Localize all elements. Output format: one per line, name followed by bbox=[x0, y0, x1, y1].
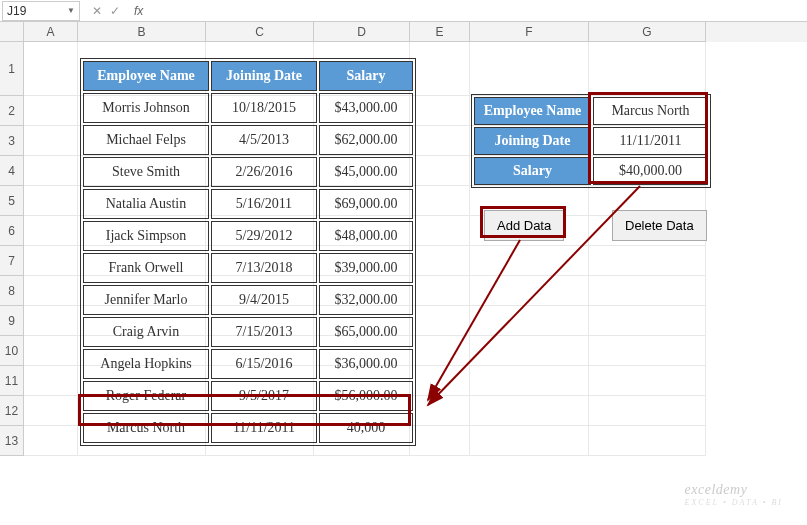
cell-salary[interactable]: $43,000.00 bbox=[319, 93, 413, 123]
cell-date[interactable]: 5/16/2011 bbox=[211, 189, 317, 219]
cell[interactable] bbox=[24, 306, 78, 336]
col-header-D[interactable]: D bbox=[314, 22, 410, 42]
cell[interactable] bbox=[589, 276, 706, 306]
cell[interactable] bbox=[410, 186, 470, 216]
cell[interactable] bbox=[24, 426, 78, 456]
select-all-corner[interactable] bbox=[0, 22, 24, 42]
cell[interactable] bbox=[410, 306, 470, 336]
cell[interactable] bbox=[410, 126, 470, 156]
cell[interactable] bbox=[24, 156, 78, 186]
name-box[interactable]: J19 ▼ bbox=[2, 1, 80, 21]
cell-date[interactable]: 6/15/2016 bbox=[211, 349, 317, 379]
cell[interactable] bbox=[410, 246, 470, 276]
cell-name[interactable]: Jennifer Marlo bbox=[83, 285, 209, 315]
col-header-B[interactable]: B bbox=[78, 22, 206, 42]
cell-salary[interactable]: $32,000.00 bbox=[319, 285, 413, 315]
cell[interactable] bbox=[410, 396, 470, 426]
cell-name[interactable]: Marcus North bbox=[83, 413, 209, 443]
cell-name[interactable]: Craig Arvin bbox=[83, 317, 209, 347]
cell-date[interactable]: 2/26/2016 bbox=[211, 157, 317, 187]
row-header-4[interactable]: 4 bbox=[0, 156, 24, 186]
cell[interactable] bbox=[589, 426, 706, 456]
row-header-6[interactable]: 6 bbox=[0, 216, 24, 246]
cell[interactable] bbox=[24, 276, 78, 306]
cell[interactable] bbox=[410, 216, 470, 246]
cell[interactable] bbox=[410, 96, 470, 126]
cell[interactable] bbox=[24, 42, 78, 96]
col-header-C[interactable]: C bbox=[206, 22, 314, 42]
row-header-5[interactable]: 5 bbox=[0, 186, 24, 216]
cell[interactable] bbox=[24, 216, 78, 246]
cell[interactable] bbox=[470, 306, 589, 336]
row-header-11[interactable]: 11 bbox=[0, 366, 24, 396]
cell[interactable] bbox=[410, 426, 470, 456]
cell-name[interactable]: Natalia Austin bbox=[83, 189, 209, 219]
cell-date[interactable]: 5/29/2012 bbox=[211, 221, 317, 251]
form-value[interactable]: Marcus North bbox=[593, 97, 708, 125]
cell[interactable] bbox=[589, 366, 706, 396]
cell-name[interactable]: Michael Felps bbox=[83, 125, 209, 155]
cell-salary[interactable]: $62,000.00 bbox=[319, 125, 413, 155]
row-header-10[interactable]: 10 bbox=[0, 336, 24, 366]
col-header-G[interactable]: G bbox=[589, 22, 706, 42]
cell[interactable] bbox=[589, 42, 706, 96]
cell[interactable] bbox=[410, 156, 470, 186]
cell[interactable] bbox=[24, 246, 78, 276]
cell[interactable] bbox=[24, 366, 78, 396]
cell-name[interactable]: Morris Johnson bbox=[83, 93, 209, 123]
row-header-8[interactable]: 8 bbox=[0, 276, 24, 306]
cell[interactable] bbox=[24, 186, 78, 216]
cell-salary[interactable]: $56,000.00 bbox=[319, 381, 413, 411]
row-header-13[interactable]: 13 bbox=[0, 426, 24, 456]
cell-salary[interactable]: $69,000.00 bbox=[319, 189, 413, 219]
cell-date[interactable]: 7/15/2013 bbox=[211, 317, 317, 347]
col-header-F[interactable]: F bbox=[470, 22, 589, 42]
cell[interactable] bbox=[470, 426, 589, 456]
cell-name[interactable]: Ijack Simpson bbox=[83, 221, 209, 251]
cell[interactable] bbox=[24, 396, 78, 426]
cell[interactable] bbox=[470, 246, 589, 276]
th-salary[interactable]: Salary bbox=[319, 61, 413, 91]
cell[interactable] bbox=[24, 96, 78, 126]
cell-date[interactable]: 4/5/2013 bbox=[211, 125, 317, 155]
row-header-12[interactable]: 12 bbox=[0, 396, 24, 426]
cell[interactable] bbox=[589, 336, 706, 366]
row-header-9[interactable]: 9 bbox=[0, 306, 24, 336]
cell[interactable] bbox=[589, 306, 706, 336]
cell[interactable] bbox=[24, 336, 78, 366]
cell-name[interactable]: Steve Smith bbox=[83, 157, 209, 187]
cell-salary[interactable]: 40,000 bbox=[319, 413, 413, 443]
cell[interactable] bbox=[24, 126, 78, 156]
row-header-3[interactable]: 3 bbox=[0, 126, 24, 156]
cell[interactable] bbox=[470, 336, 589, 366]
cell[interactable] bbox=[470, 396, 589, 426]
cell-salary[interactable]: $65,000.00 bbox=[319, 317, 413, 347]
cell-date[interactable]: 11/11/2011 bbox=[211, 413, 317, 443]
cell-date[interactable]: 9/5/2017 bbox=[211, 381, 317, 411]
col-header-E[interactable]: E bbox=[410, 22, 470, 42]
row-header-7[interactable]: 7 bbox=[0, 246, 24, 276]
row-header-2[interactable]: 2 bbox=[0, 96, 24, 126]
cell-salary[interactable]: $36,000.00 bbox=[319, 349, 413, 379]
cell-salary[interactable]: $48,000.00 bbox=[319, 221, 413, 251]
cell[interactable] bbox=[470, 366, 589, 396]
cell-date[interactable]: 7/13/2018 bbox=[211, 253, 317, 283]
cell[interactable] bbox=[410, 276, 470, 306]
row-header-1[interactable]: 1 bbox=[0, 42, 24, 96]
cell-salary[interactable]: $39,000.00 bbox=[319, 253, 413, 283]
cell-name[interactable]: Roger Federar bbox=[83, 381, 209, 411]
cell-date[interactable]: 10/18/2015 bbox=[211, 93, 317, 123]
cell[interactable] bbox=[470, 42, 589, 96]
cell[interactable] bbox=[410, 366, 470, 396]
cell[interactable] bbox=[589, 246, 706, 276]
cell-salary[interactable]: $45,000.00 bbox=[319, 157, 413, 187]
cell-name[interactable]: Angela Hopkins bbox=[83, 349, 209, 379]
delete-data-button[interactable]: Delete Data bbox=[612, 210, 707, 241]
cell-name[interactable]: Frank Orwell bbox=[83, 253, 209, 283]
cell[interactable] bbox=[410, 336, 470, 366]
cell[interactable] bbox=[470, 276, 589, 306]
form-value[interactable]: 11/11/2011 bbox=[593, 127, 708, 155]
cell-date[interactable]: 9/4/2015 bbox=[211, 285, 317, 315]
form-value[interactable]: $40,000.00 bbox=[593, 157, 708, 185]
th-date[interactable]: Joining Date bbox=[211, 61, 317, 91]
